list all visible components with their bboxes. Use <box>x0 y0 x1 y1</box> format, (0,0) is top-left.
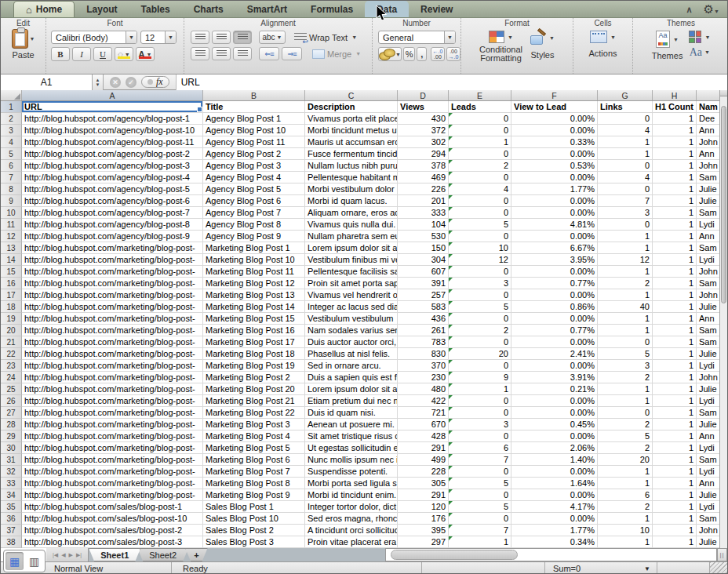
cell[interactable]: 0.33% <box>511 136 598 148</box>
cell[interactable]: 0 <box>449 513 511 525</box>
tab-review[interactable]: Review <box>409 1 464 17</box>
cell[interactable]: Fusce fermentum tincid <box>305 148 398 160</box>
column-header-H[interactable]: H <box>653 90 697 100</box>
cell[interactable]: John <box>697 266 721 278</box>
cell[interactable]: Aenean ut posuere mi. <box>305 419 398 430</box>
cell[interactable]: 0 <box>449 407 511 419</box>
cell[interactable]: 783 <box>398 336 449 348</box>
select-all-corner[interactable] <box>1 90 22 100</box>
cell[interactable]: Marketing Blog Post 20 <box>203 383 305 395</box>
cell[interactable]: Ann <box>697 148 721 160</box>
cell[interactable]: Dee <box>697 113 721 125</box>
cell[interactable]: http://blog.hubspot.com/marketing/blog-p… <box>22 266 203 278</box>
cell[interactable]: http://blog.hubspot.com/marketing/blog-p… <box>22 407 203 419</box>
cell[interactable]: John <box>697 525 721 536</box>
align-top-button[interactable] <box>191 31 209 44</box>
cell[interactable]: Lydi <box>697 466 721 478</box>
cell[interactable]: 7 <box>449 454 511 466</box>
cell[interactable]: 0 <box>449 289 511 301</box>
ribbon-settings[interactable]: ⚙▼ <box>704 2 719 16</box>
cell[interactable]: http://blog.hubspot.com/marketing/blog-p… <box>22 454 203 466</box>
merge-button[interactable]: Merge ▼ <box>312 49 361 59</box>
cell[interactable]: Sales Blog Post 3 <box>203 536 305 548</box>
cell[interactable]: 2 <box>598 501 653 513</box>
row-number[interactable]: 34 <box>1 489 22 501</box>
cell[interactable]: http://blog.hubspot.com/sales/blog-post-… <box>22 525 203 536</box>
cell[interactable]: 291 <box>398 489 449 501</box>
cell[interactable]: Morbi id tincidunt enim. <box>305 489 398 501</box>
cell[interactable]: Sam <box>697 454 721 466</box>
orientation-button[interactable]: abc▼ <box>259 31 286 44</box>
font-color-button[interactable]: A▼ <box>136 47 155 61</box>
row-number[interactable]: 37 <box>1 525 22 536</box>
cell[interactable]: 0 <box>449 336 511 348</box>
last-sheet-icon[interactable]: ▶| <box>76 552 82 558</box>
cell[interactable]: 1 <box>653 325 697 336</box>
cell[interactable]: http://blog.hubspot.com/agency/blog-post… <box>22 136 203 148</box>
cell[interactable]: 0.00% <box>511 172 598 183</box>
cell[interactable]: 4 <box>598 125 653 136</box>
cell[interactable]: 1 <box>653 183 697 195</box>
cell[interactable]: 0.77% <box>511 278 598 289</box>
row-number[interactable]: 12 <box>1 231 22 242</box>
cell[interactable]: Views <box>398 101 449 113</box>
cell[interactable]: 0.00% <box>511 231 598 242</box>
cell[interactable]: 3.91% <box>511 372 598 383</box>
cell[interactable]: http://blog.hubspot.com/marketing/blog-p… <box>22 348 203 360</box>
cell[interactable]: 0 <box>598 113 653 125</box>
window-resize-grip[interactable] <box>710 562 727 574</box>
cell[interactable]: 230 <box>398 372 449 383</box>
cell[interactable]: 1 <box>653 407 697 419</box>
row-number[interactable]: 8 <box>1 183 22 195</box>
cell[interactable]: 1 <box>653 278 697 289</box>
row-number[interactable]: 27 <box>1 407 22 419</box>
column-header-D[interactable]: D <box>398 90 449 100</box>
cell[interactable]: 1 <box>653 536 697 548</box>
cell[interactable]: 607 <box>398 266 449 278</box>
cancel-icon[interactable]: ✕ <box>110 77 121 88</box>
cell[interactable]: 3 <box>598 207 653 219</box>
cell[interactable]: 1 <box>653 372 697 383</box>
row-number[interactable]: 30 <box>1 442 22 454</box>
cell[interactable]: http://blog.hubspot.com/marketing/blog-p… <box>22 372 203 383</box>
row-number[interactable]: 20 <box>1 325 22 336</box>
cell[interactable]: 1 <box>598 231 653 242</box>
cell[interactable]: 0.34% <box>511 536 598 548</box>
row-number[interactable]: 33 <box>1 478 22 489</box>
split-handle[interactable] <box>720 90 727 96</box>
fill-color-button[interactable]: ◌▼ <box>115 47 133 61</box>
currency-button[interactable]: ▼ <box>378 47 402 61</box>
cell[interactable]: 4 <box>598 172 653 183</box>
cell[interactable]: 2 <box>449 160 511 172</box>
cell[interactable]: 0 <box>598 407 653 419</box>
cell[interactable]: 530 <box>398 231 449 242</box>
row-number[interactable]: 36 <box>1 513 22 525</box>
cell[interactable]: 5 <box>598 348 653 360</box>
cell[interactable]: 0.00% <box>511 489 598 501</box>
cell[interactable]: http://blog.hubspot.com/marketing/blog-p… <box>22 466 203 478</box>
cell[interactable]: Marketing Blog Post 17 <box>203 336 305 348</box>
cell[interactable]: Morbi porta sed ligula s <box>305 478 398 489</box>
cell[interactable]: 372 <box>398 125 449 136</box>
cell[interactable]: http://blog.hubspot.com/marketing/blog-p… <box>22 301 203 313</box>
cell[interactable]: Sam <box>697 407 721 419</box>
cell[interactable]: 1 <box>449 536 511 548</box>
cell[interactable]: 1 <box>653 478 697 489</box>
cell[interactable]: 0.00% <box>511 466 598 478</box>
cell[interactable]: Nam sodales varius ser <box>305 325 398 336</box>
cell[interactable]: 104 <box>398 219 449 231</box>
cell[interactable]: Marketing Blog Post 22 <box>203 407 305 419</box>
next-sheet-icon[interactable]: ▶ <box>69 552 73 558</box>
cell[interactable]: http://blog.hubspot.com/agency/blog-post… <box>22 113 203 125</box>
cell[interactable]: http://blog.hubspot.com/marketing/blog-p… <box>22 254 203 266</box>
cell[interactable]: 176 <box>398 513 449 525</box>
cell[interactable]: 1 <box>598 148 653 160</box>
vertical-scrollbar[interactable] <box>719 90 727 548</box>
cell[interactable]: Pellentesque facilisis sa <box>305 266 398 278</box>
cell[interactable]: 2.06% <box>511 442 598 454</box>
row-number[interactable]: 26 <box>1 395 22 407</box>
cell[interactable]: 1 <box>653 289 697 301</box>
cell[interactable]: 1.77% <box>511 183 598 195</box>
cell[interactable]: 1 <box>598 466 653 478</box>
formula-input[interactable]: URL <box>176 74 727 90</box>
